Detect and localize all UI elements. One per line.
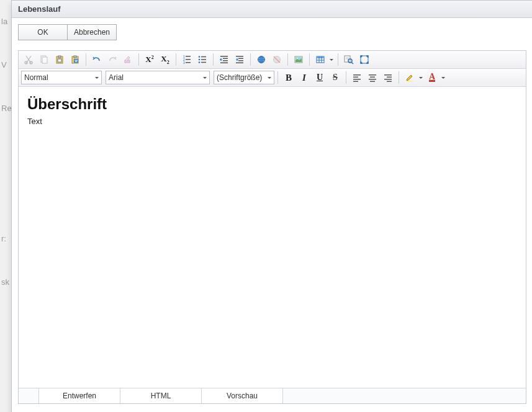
font-color-dropdown[interactable] <box>440 71 446 84</box>
svg-rect-5 <box>58 56 61 58</box>
svg-rect-24 <box>220 56 228 57</box>
paste-word-icon[interactable]: W <box>68 53 83 66</box>
font-family-select[interactable]: Arial <box>106 71 210 84</box>
svg-rect-6 <box>58 59 61 62</box>
svg-point-20 <box>199 61 201 63</box>
svg-point-34 <box>274 56 281 63</box>
subscript-icon[interactable]: X2 <box>158 53 173 66</box>
content-body[interactable]: Text <box>27 117 517 126</box>
font-family-value: Arial <box>109 73 202 82</box>
underline-icon[interactable]: U <box>312 71 327 84</box>
svg-point-1 <box>30 61 32 64</box>
svg-text:W: W <box>74 59 78 63</box>
svg-rect-22 <box>201 59 206 60</box>
svg-rect-16 <box>186 59 191 60</box>
redo-icon[interactable] <box>105 53 120 66</box>
svg-rect-39 <box>317 56 324 58</box>
svg-point-18 <box>199 56 201 58</box>
svg-rect-21 <box>201 56 206 58</box>
toolbar-row-2: Normal Arial (Schriftgröße) B I U S <box>19 69 526 87</box>
separator <box>309 53 310 66</box>
content-heading[interactable]: Überschrift <box>27 96 517 113</box>
cut-icon[interactable] <box>21 53 36 66</box>
superscript-icon[interactable]: X2 <box>142 53 157 66</box>
svg-rect-3 <box>42 57 47 63</box>
separator <box>86 53 86 66</box>
svg-rect-59 <box>384 79 392 80</box>
fullscreen-icon[interactable] <box>357 53 372 66</box>
tab-html[interactable]: HTML <box>120 388 202 403</box>
undo-icon[interactable] <box>89 53 104 66</box>
svg-rect-31 <box>236 63 243 64</box>
unlink-icon[interactable] <box>269 53 284 66</box>
font-size-select[interactable]: (Schriftgröße) <box>214 71 274 84</box>
cancel-button[interactable]: Abbrechen <box>67 24 117 40</box>
svg-rect-56 <box>370 81 375 83</box>
align-left-icon[interactable] <box>349 71 364 84</box>
indent-icon[interactable] <box>232 53 247 66</box>
link-icon[interactable] <box>254 53 269 66</box>
image-icon[interactable] <box>291 53 306 66</box>
copy-icon[interactable] <box>37 53 52 66</box>
outdent-icon[interactable] <box>217 53 232 66</box>
separator <box>338 53 338 66</box>
separator <box>277 71 278 84</box>
highlight-color-dropdown[interactable] <box>418 71 424 84</box>
svg-rect-2 <box>41 56 46 62</box>
toolbar-row-1: W X2 X2 <box>19 51 526 69</box>
svg-rect-55 <box>369 79 376 80</box>
editor-content-area[interactable]: Überschrift Text <box>19 87 526 388</box>
separator <box>346 71 346 84</box>
separator <box>176 53 176 66</box>
find-replace-icon[interactable] <box>341 53 356 66</box>
paste-icon[interactable] <box>52 53 67 66</box>
svg-rect-27 <box>220 63 228 64</box>
strikethrough-icon[interactable]: S <box>328 71 343 84</box>
paragraph-style-value: Normal <box>24 73 94 82</box>
separator <box>138 53 139 66</box>
svg-rect-26 <box>223 60 228 61</box>
svg-point-19 <box>199 59 201 61</box>
rich-text-editor: W X2 X2 <box>18 50 526 404</box>
svg-point-0 <box>25 61 27 64</box>
svg-rect-51 <box>353 79 361 80</box>
tab-design[interactable]: Entwerfen <box>38 388 120 403</box>
italic-icon[interactable]: I <box>297 71 312 84</box>
svg-rect-29 <box>238 58 243 60</box>
editor-mode-tabs: Entwerfen HTML Vorschau <box>19 388 526 403</box>
font-color-icon[interactable]: A <box>425 71 440 84</box>
dialog-button-row: OK Abbrechen <box>12 18 532 44</box>
format-stripper-icon[interactable] <box>120 53 135 66</box>
dialog-window: Lebenslauf OK Abbrechen W <box>11 0 532 412</box>
dialog-title: Lebenslauf <box>18 4 61 14</box>
svg-point-37 <box>297 58 298 59</box>
highlight-color-icon[interactable] <box>402 71 417 84</box>
svg-rect-49 <box>353 74 361 76</box>
svg-rect-57 <box>384 74 392 76</box>
svg-rect-8 <box>74 56 76 58</box>
svg-rect-58 <box>387 77 392 78</box>
svg-rect-28 <box>236 56 243 57</box>
table-dropdown[interactable] <box>328 53 335 66</box>
table-icon[interactable] <box>313 53 328 66</box>
tab-preview[interactable]: Vorschau <box>202 388 283 403</box>
svg-rect-53 <box>369 74 376 76</box>
svg-rect-61 <box>407 81 413 82</box>
bold-icon[interactable]: B <box>281 71 296 84</box>
svg-rect-60 <box>387 81 392 83</box>
align-right-icon[interactable] <box>381 71 395 84</box>
align-center-icon[interactable] <box>365 71 380 84</box>
separator <box>213 53 214 66</box>
paragraph-style-select[interactable]: Normal <box>21 71 102 84</box>
separator <box>399 71 399 84</box>
separator <box>287 53 288 66</box>
ok-button[interactable]: OK <box>18 24 67 40</box>
svg-rect-25 <box>223 58 228 60</box>
svg-rect-52 <box>353 81 358 83</box>
unordered-list-icon[interactable] <box>195 53 210 66</box>
svg-rect-15 <box>186 56 191 57</box>
svg-rect-54 <box>370 77 375 78</box>
ordered-list-icon[interactable]: 123 <box>179 53 194 66</box>
font-size-value: (Schriftgröße) <box>217 73 266 82</box>
separator <box>250 53 251 66</box>
